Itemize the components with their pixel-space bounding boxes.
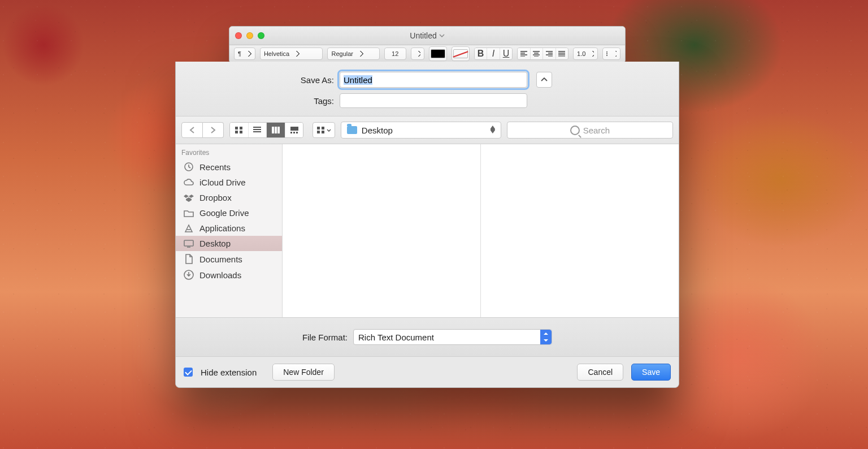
select-arrows-icon xyxy=(540,330,552,344)
view-mode-group xyxy=(229,122,303,138)
sidebar: Favorites RecentsiCloud DriveDropboxGoog… xyxy=(176,144,283,317)
align-center-button[interactable] xyxy=(531,48,543,59)
group-by-popup[interactable] xyxy=(313,122,335,138)
svg-rect-14 xyxy=(322,131,324,133)
font-family-popup[interactable]: Helvetica xyxy=(260,48,323,60)
svg-rect-11 xyxy=(317,127,320,129)
align-right-button[interactable] xyxy=(543,48,555,59)
sidebar-item-downloads[interactable]: Downloads xyxy=(176,267,282,283)
svg-rect-1 xyxy=(240,127,242,129)
align-left-button[interactable] xyxy=(518,48,530,59)
folder-icon xyxy=(184,209,194,217)
titlebar: Untitled xyxy=(229,27,625,45)
collapse-button[interactable] xyxy=(536,72,552,88)
highlight-none-swatch xyxy=(453,49,468,58)
sidebar-item-label: Dropbox xyxy=(199,193,232,202)
save-button[interactable]: Save xyxy=(631,364,671,381)
location-label: Desktop xyxy=(362,126,393,135)
bold-button[interactable]: B xyxy=(475,48,487,59)
line-spacing-popup[interactable]: 1.0 xyxy=(573,48,598,60)
textedit-window: Untitled ¶ Helvetica Regular 12 B I U 1.… xyxy=(229,26,626,63)
font-style-value: Regular xyxy=(331,50,353,57)
sidebar-item-label: Recents xyxy=(199,162,231,172)
file-format-label: File Format: xyxy=(302,333,348,342)
text-style-group: B I U xyxy=(474,48,513,60)
font-size-stepper[interactable] xyxy=(411,48,424,60)
svg-rect-0 xyxy=(235,127,238,129)
window-title: Untitled xyxy=(229,31,625,40)
sidebar-item-dropbox[interactable]: Dropbox xyxy=(176,190,282,205)
file-format-bar: File Format: Rich Text Document xyxy=(176,318,679,357)
underline-button[interactable]: U xyxy=(500,48,512,59)
sidebar-item-recents[interactable]: Recents xyxy=(176,159,282,175)
alignment-group xyxy=(517,48,568,60)
text-color-button[interactable] xyxy=(429,46,447,61)
column-1[interactable] xyxy=(283,144,481,317)
chevron-up-icon xyxy=(541,77,548,82)
save-label: Save xyxy=(642,368,660,377)
gallery-icon xyxy=(290,127,298,133)
window-title-text: Untitled xyxy=(410,31,436,40)
paragraph-style-popup[interactable]: ¶ xyxy=(234,48,255,60)
chevron-down-icon xyxy=(327,129,331,132)
documents-icon xyxy=(184,254,194,264)
hide-extension-label[interactable]: Hide extension xyxy=(201,368,257,377)
font-family-value: Helvetica xyxy=(264,50,289,57)
file-format-value: Rich Text Document xyxy=(358,333,434,342)
chevron-down-icon[interactable] xyxy=(439,34,445,37)
file-browser: Favorites RecentsiCloud DriveDropboxGoog… xyxy=(176,144,679,318)
svg-rect-8 xyxy=(290,132,292,133)
file-format-popup[interactable]: Rich Text Document xyxy=(353,329,552,345)
sidebar-item-desktop[interactable]: Desktop xyxy=(176,236,282,251)
icon-view-button[interactable] xyxy=(230,123,249,137)
font-style-popup[interactable]: Regular xyxy=(327,48,379,60)
columns-icon xyxy=(272,127,280,133)
svg-rect-5 xyxy=(275,127,277,133)
sidebar-section-favorites: Favorites xyxy=(176,144,282,159)
save-as-label: Save As: xyxy=(187,75,334,85)
sidebar-item-label: Downloads xyxy=(199,270,241,280)
svg-rect-3 xyxy=(240,131,242,133)
dropbox-icon xyxy=(184,193,194,202)
folder-icon xyxy=(347,126,357,134)
svg-rect-6 xyxy=(277,127,280,133)
location-popup[interactable]: Desktop xyxy=(341,122,501,139)
search-field[interactable]: Search xyxy=(507,122,673,139)
svg-rect-13 xyxy=(317,131,320,133)
svg-rect-7 xyxy=(290,127,298,131)
grid-icon xyxy=(235,127,243,133)
sidebar-item-documents[interactable]: Documents xyxy=(176,251,282,267)
cancel-button[interactable]: Cancel xyxy=(577,364,623,381)
sidebar-item-applications[interactable]: Applications xyxy=(176,221,282,236)
downloads-icon xyxy=(184,270,194,280)
sidebar-item-icloud-drive[interactable]: iCloud Drive xyxy=(176,175,282,190)
chevron-right-icon xyxy=(210,127,216,133)
svg-rect-2 xyxy=(235,131,238,133)
italic-button[interactable]: I xyxy=(487,48,500,59)
sidebar-item-label: Google Drive xyxy=(199,208,249,218)
back-button[interactable] xyxy=(181,122,203,138)
gallery-view-button[interactable] xyxy=(285,123,303,137)
align-justify-button[interactable] xyxy=(556,48,568,59)
sidebar-item-label: Desktop xyxy=(199,239,231,248)
tags-label: Tags: xyxy=(187,96,334,106)
column-2[interactable] xyxy=(481,144,679,317)
font-size-value: 12 xyxy=(392,50,398,57)
list-style-popup[interactable] xyxy=(602,48,620,60)
sidebar-item-label: Applications xyxy=(199,223,245,233)
browser-toolbar: Desktop Search xyxy=(176,116,679,144)
list-view-button[interactable] xyxy=(249,123,267,137)
tags-input[interactable] xyxy=(340,93,527,108)
filename-input[interactable] xyxy=(340,72,527,88)
hide-extension-checkbox[interactable] xyxy=(184,368,193,377)
sidebar-item-label: Documents xyxy=(199,254,242,264)
cancel-label: Cancel xyxy=(588,368,613,377)
new-folder-button[interactable]: New Folder xyxy=(272,364,335,381)
font-size-field[interactable]: 12 xyxy=(384,48,406,60)
forward-button[interactable] xyxy=(203,122,224,138)
sidebar-item-google-drive[interactable]: Google Drive xyxy=(176,205,282,221)
column-view-button[interactable] xyxy=(267,123,285,137)
highlight-color-button[interactable] xyxy=(452,46,470,61)
svg-rect-16 xyxy=(184,240,193,246)
text-color-swatch xyxy=(431,49,445,58)
